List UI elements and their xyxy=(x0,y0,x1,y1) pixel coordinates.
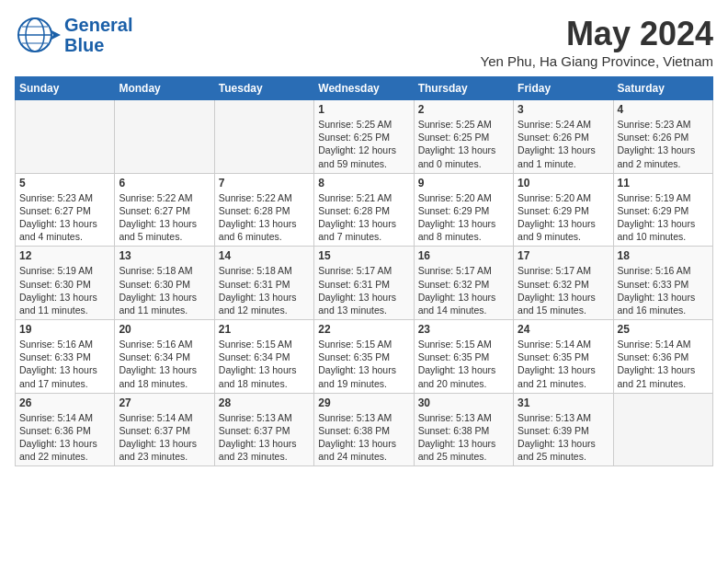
day-info: Sunrise: 5:23 AMSunset: 6:26 PMDaylight:… xyxy=(618,118,709,170)
calendar-cell: 4Sunrise: 5:23 AMSunset: 6:26 PMDaylight… xyxy=(613,100,712,174)
day-info: Sunrise: 5:13 AMSunset: 6:39 PMDaylight:… xyxy=(518,411,609,464)
calendar-table: Sunday Monday Tuesday Wednesday Thursday… xyxy=(15,76,713,466)
day-info: Sunrise: 5:19 AMSunset: 6:30 PMDaylight:… xyxy=(19,264,110,316)
header-row: Sunday Monday Tuesday Wednesday Thursday… xyxy=(16,77,713,100)
calendar-cell: 25Sunrise: 5:14 AMSunset: 6:36 PMDayligh… xyxy=(613,320,712,394)
calendar-cell: 16Sunrise: 5:17 AMSunset: 6:32 PMDayligh… xyxy=(414,247,513,320)
calendar-cell: 21Sunrise: 5:15 AMSunset: 6:34 PMDayligh… xyxy=(214,320,313,394)
calendar-cell: 20Sunrise: 5:16 AMSunset: 6:34 PMDayligh… xyxy=(115,320,214,394)
day-number: 19 xyxy=(19,323,110,336)
day-number: 31 xyxy=(518,396,609,409)
day-number: 13 xyxy=(119,249,210,262)
day-info: Sunrise: 5:16 AMSunset: 6:33 PMDaylight:… xyxy=(19,338,110,390)
calendar-cell: 28Sunrise: 5:13 AMSunset: 6:37 PMDayligh… xyxy=(214,393,313,466)
day-info: Sunrise: 5:25 AMSunset: 6:25 PMDaylight:… xyxy=(318,118,409,170)
day-info: Sunrise: 5:21 AMSunset: 6:28 PMDaylight:… xyxy=(318,191,409,244)
page-subtitle: Yen Phu, Ha Giang Province, Vietnam xyxy=(481,53,714,69)
day-number: 22 xyxy=(318,323,409,336)
day-info: Sunrise: 5:15 AMSunset: 6:35 PMDaylight:… xyxy=(418,338,509,390)
day-info: Sunrise: 5:22 AMSunset: 6:27 PMDaylight:… xyxy=(119,191,210,244)
page-title: May 2024 xyxy=(481,15,714,53)
day-info: Sunrise: 5:24 AMSunset: 6:26 PMDaylight:… xyxy=(518,118,609,170)
logo: General Blue xyxy=(15,15,132,55)
calendar-cell: 13Sunrise: 5:18 AMSunset: 6:30 PMDayligh… xyxy=(115,247,214,320)
calendar-cell: 3Sunrise: 5:24 AMSunset: 6:26 PMDaylight… xyxy=(514,100,613,174)
day-number: 6 xyxy=(119,177,210,190)
col-monday: Monday xyxy=(115,77,214,100)
calendar-header: Sunday Monday Tuesday Wednesday Thursday… xyxy=(16,77,713,100)
calendar-cell: 27Sunrise: 5:14 AMSunset: 6:37 PMDayligh… xyxy=(115,393,214,466)
day-number: 14 xyxy=(219,249,310,262)
day-number: 23 xyxy=(418,323,509,336)
calendar-cell: 7Sunrise: 5:22 AMSunset: 6:28 PMDaylight… xyxy=(214,173,313,247)
calendar-week-2: 5Sunrise: 5:23 AMSunset: 6:27 PMDaylight… xyxy=(16,173,713,247)
day-info: Sunrise: 5:17 AMSunset: 6:32 PMDaylight:… xyxy=(418,264,509,316)
day-info: Sunrise: 5:20 AMSunset: 6:29 PMDaylight:… xyxy=(518,191,609,244)
day-info: Sunrise: 5:15 AMSunset: 6:34 PMDaylight:… xyxy=(219,338,310,390)
calendar-cell: 19Sunrise: 5:16 AMSunset: 6:33 PMDayligh… xyxy=(16,320,115,394)
day-number: 2 xyxy=(418,103,509,116)
day-number: 7 xyxy=(219,177,310,190)
col-saturday: Saturday xyxy=(613,77,712,100)
day-info: Sunrise: 5:17 AMSunset: 6:32 PMDaylight:… xyxy=(518,264,609,316)
calendar-cell: 22Sunrise: 5:15 AMSunset: 6:35 PMDayligh… xyxy=(314,320,414,394)
day-number: 25 xyxy=(618,323,709,336)
calendar-cell: 5Sunrise: 5:23 AMSunset: 6:27 PMDaylight… xyxy=(16,173,115,247)
col-tuesday: Tuesday xyxy=(214,77,313,100)
title-block: May 2024 Yen Phu, Ha Giang Province, Vie… xyxy=(481,15,714,69)
day-number: 26 xyxy=(19,396,110,409)
day-info: Sunrise: 5:14 AMSunset: 6:36 PMDaylight:… xyxy=(19,411,110,464)
calendar-week-5: 26Sunrise: 5:14 AMSunset: 6:36 PMDayligh… xyxy=(16,393,713,466)
page-header: General Blue May 2024 Yen Phu, Ha Giang … xyxy=(15,15,713,69)
day-info: Sunrise: 5:13 AMSunset: 6:37 PMDaylight:… xyxy=(219,411,310,464)
calendar-cell: 10Sunrise: 5:20 AMSunset: 6:29 PMDayligh… xyxy=(514,173,613,247)
day-info: Sunrise: 5:13 AMSunset: 6:38 PMDaylight:… xyxy=(318,411,409,464)
day-number: 3 xyxy=(518,103,609,116)
day-number: 10 xyxy=(518,177,609,190)
day-number: 9 xyxy=(418,177,509,190)
day-number: 4 xyxy=(618,103,709,116)
day-number: 11 xyxy=(618,177,709,190)
calendar-cell: 2Sunrise: 5:25 AMSunset: 6:25 PMDaylight… xyxy=(414,100,513,174)
day-number: 16 xyxy=(418,249,509,262)
calendar-cell: 24Sunrise: 5:14 AMSunset: 6:35 PMDayligh… xyxy=(514,320,613,394)
day-info: Sunrise: 5:16 AMSunset: 6:34 PMDaylight:… xyxy=(119,338,210,390)
day-info: Sunrise: 5:23 AMSunset: 6:27 PMDaylight:… xyxy=(19,191,110,244)
day-info: Sunrise: 5:14 AMSunset: 6:36 PMDaylight:… xyxy=(618,338,709,390)
col-sunday: Sunday xyxy=(16,77,115,100)
day-info: Sunrise: 5:17 AMSunset: 6:31 PMDaylight:… xyxy=(318,264,409,316)
day-number: 18 xyxy=(618,249,709,262)
calendar-cell: 11Sunrise: 5:19 AMSunset: 6:29 PMDayligh… xyxy=(613,173,712,247)
day-info: Sunrise: 5:18 AMSunset: 6:30 PMDaylight:… xyxy=(119,264,210,316)
day-number: 5 xyxy=(19,177,110,190)
day-number: 28 xyxy=(219,396,310,409)
calendar-cell: 30Sunrise: 5:13 AMSunset: 6:38 PMDayligh… xyxy=(414,393,513,466)
day-number: 8 xyxy=(318,177,409,190)
calendar-cell: 1Sunrise: 5:25 AMSunset: 6:25 PMDaylight… xyxy=(314,100,414,174)
day-info: Sunrise: 5:15 AMSunset: 6:35 PMDaylight:… xyxy=(318,338,409,390)
day-info: Sunrise: 5:16 AMSunset: 6:33 PMDaylight:… xyxy=(618,264,709,316)
calendar-cell: 26Sunrise: 5:14 AMSunset: 6:36 PMDayligh… xyxy=(16,393,115,466)
calendar-cell: 17Sunrise: 5:17 AMSunset: 6:32 PMDayligh… xyxy=(514,247,613,320)
calendar-cell: 9Sunrise: 5:20 AMSunset: 6:29 PMDaylight… xyxy=(414,173,513,247)
col-friday: Friday xyxy=(514,77,613,100)
day-number: 29 xyxy=(318,396,409,409)
day-info: Sunrise: 5:19 AMSunset: 6:29 PMDaylight:… xyxy=(618,191,709,244)
day-info: Sunrise: 5:18 AMSunset: 6:31 PMDaylight:… xyxy=(219,264,310,316)
day-number: 17 xyxy=(518,249,609,262)
calendar-cell: 12Sunrise: 5:19 AMSunset: 6:30 PMDayligh… xyxy=(16,247,115,320)
day-number: 1 xyxy=(318,103,409,116)
day-info: Sunrise: 5:25 AMSunset: 6:25 PMDaylight:… xyxy=(418,118,509,170)
calendar-body: 1Sunrise: 5:25 AMSunset: 6:25 PMDaylight… xyxy=(16,100,713,466)
day-info: Sunrise: 5:20 AMSunset: 6:29 PMDaylight:… xyxy=(418,191,509,244)
calendar-cell xyxy=(613,393,712,466)
col-wednesday: Wednesday xyxy=(314,77,414,100)
day-info: Sunrise: 5:14 AMSunset: 6:37 PMDaylight:… xyxy=(119,411,210,464)
day-number: 21 xyxy=(219,323,310,336)
logo-text: General Blue xyxy=(64,15,132,55)
col-thursday: Thursday xyxy=(414,77,513,100)
calendar-cell xyxy=(214,100,313,174)
day-info: Sunrise: 5:22 AMSunset: 6:28 PMDaylight:… xyxy=(219,191,310,244)
day-number: 27 xyxy=(119,396,210,409)
logo-icon xyxy=(15,15,61,55)
